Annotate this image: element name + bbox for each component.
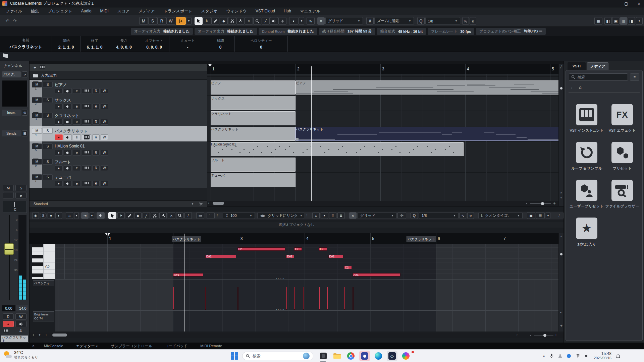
track-mute-button[interactable]: M	[32, 143, 42, 149]
menu-item-10[interactable]: VST Cloud	[251, 7, 279, 15]
velocity-bar[interactable]	[344, 287, 345, 310]
insert-velocity-dropdown[interactable]: ↧100▼	[223, 212, 255, 219]
info-field-1[interactable]: 開始2. 1. 1. 0	[52, 36, 80, 52]
black-key[interactable]	[32, 274, 43, 277]
scroll-left-icon[interactable]: ‹	[208, 201, 209, 205]
velocity-lane[interactable]	[55, 280, 558, 310]
peak-readout[interactable]: -14.0	[16, 305, 28, 311]
editor-select-tool[interactable]	[108, 212, 116, 219]
step-down-button[interactable]: ▼	[321, 212, 328, 219]
zoom-out-icon[interactable]: -	[526, 201, 527, 206]
octave-down-button[interactable]: ⇊	[337, 212, 345, 219]
editor-line-tool[interactable]: /	[184, 212, 192, 219]
velocity-bar[interactable]	[327, 287, 328, 310]
grid-icon[interactable]: #	[366, 17, 374, 25]
track-edit-button[interactable]: e	[73, 119, 81, 125]
track-write-button[interactable]: W	[101, 134, 108, 140]
track-write-button[interactable]: W	[101, 119, 108, 125]
editor-quantize-icon[interactable]: Q	[411, 212, 418, 219]
editor-snap-toggle[interactable]: ×	[349, 212, 357, 219]
track-write-button[interactable]: W	[101, 88, 108, 94]
edit-channel-icon[interactable]: ↗	[22, 71, 28, 77]
event-colors-button[interactable]: ≣	[536, 212, 545, 219]
track-read-button[interactable]: R	[92, 88, 100, 94]
track-solo-button[interactable]: S	[43, 82, 53, 87]
microphone-icon[interactable]	[550, 354, 553, 358]
editor-erase-tool[interactable]: ◆	[134, 212, 142, 219]
toggle-lower-zone[interactable]: ▣	[612, 17, 620, 25]
editor-auto-scroll-button[interactable]: ⇥	[81, 212, 89, 219]
channel-record-button[interactable]: ●	[3, 321, 14, 327]
track-read-button[interactable]: R	[92, 150, 100, 156]
menu-item-7[interactable]: トランスポート	[159, 7, 197, 15]
zoom-in-icon[interactable]: +	[553, 201, 556, 206]
track-record-button[interactable]: ●	[55, 181, 63, 186]
midi-note-D#2[interactable]: D#2	[328, 255, 343, 258]
track-write-button[interactable]: W	[101, 165, 108, 171]
editor-iterative-quantize[interactable]: ∿	[460, 212, 466, 219]
toggle-left-zone[interactable]: ◧	[604, 17, 612, 25]
velocity-bar[interactable]	[294, 287, 295, 310]
track-record-button[interactable]: ●	[55, 165, 63, 171]
pan-control[interactable]: C	[3, 201, 27, 213]
track-record-button[interactable]: ●	[55, 119, 63, 125]
color-menu-icon[interactable]: ▼	[299, 17, 304, 25]
track-main[interactable]: MSフルート●eRW	[42, 157, 207, 172]
channel-mute-button[interactable]: M	[3, 185, 14, 191]
toggle-right-zone[interactable]: ▥	[620, 17, 627, 25]
mouse-position-button[interactable]: ⌂	[66, 212, 73, 219]
task-view-icon[interactable]	[318, 351, 329, 361]
part-start-label[interactable]: バスクラリネット	[172, 236, 201, 242]
volume-readout[interactable]: 0.00	[2, 305, 15, 311]
track-solo-button[interactable]: S	[43, 97, 53, 103]
lower-tab-2[interactable]: サンプラーコントロール	[111, 344, 152, 349]
track-midi-icon[interactable]	[82, 119, 91, 125]
track-edit-button[interactable]: e	[73, 150, 81, 156]
mute-tool[interactable]: ×	[245, 17, 253, 25]
track-midi-icon[interactable]	[82, 150, 91, 156]
track-mute-button[interactable]: M	[32, 82, 42, 87]
wifi-icon[interactable]	[576, 354, 580, 358]
track-row-サックス[interactable]: 2MSサックス●eRW	[30, 95, 207, 111]
track-row-フルート[interactable]: 6MSフルート●eRW	[30, 157, 207, 173]
home-button[interactable]: ⌂	[577, 84, 584, 90]
list-view-button[interactable]: ≡	[630, 73, 639, 81]
inserts-button[interactable]: Inser.	[2, 110, 21, 116]
quantize-dropdown[interactable]: 1/8 ▼	[425, 17, 460, 25]
lane-handle-dots[interactable]: ·····	[276, 308, 285, 311]
controller-lane-label[interactable]: Brightness CC 74	[33, 311, 54, 321]
solo-all-button[interactable]: S	[148, 17, 157, 25]
lane-handle-dots[interactable]: ·····	[276, 277, 285, 280]
status-item-3[interactable]: 残り録音時間167 時間 53 分	[319, 28, 375, 35]
step-up-button[interactable]: ▲	[312, 212, 320, 219]
hscroll-thumb[interactable]	[213, 202, 224, 205]
status-item-0[interactable]: オーディオ入力接続されました	[131, 28, 193, 35]
auto-scroll-menu-icon[interactable]: ▼	[186, 17, 192, 25]
tab-vsti[interactable]: VSTi	[568, 62, 586, 70]
track-read-button[interactable]: R	[92, 181, 100, 186]
track-edit-button[interactable]: e	[73, 165, 81, 171]
sends-add-icon[interactable]: ⊞	[22, 130, 28, 136]
menu-item-4[interactable]: MIDI	[96, 7, 113, 15]
track-edit-button[interactable]: e	[73, 88, 81, 94]
track-main[interactable]: MSHALion Sonic 01●eRW	[42, 141, 207, 157]
editor-playhead[interactable]	[184, 234, 184, 331]
editor-zoom-tool[interactable]	[176, 212, 183, 219]
editor-draw-tool[interactable]	[126, 212, 133, 219]
insert-note-button[interactable]: ▭	[196, 212, 204, 219]
snap-toggle[interactable]: ×	[317, 17, 325, 25]
iterative-quantize-button[interactable]: %	[462, 17, 469, 25]
media-tile-3[interactable]: プリセット	[605, 142, 639, 171]
track-record-button[interactable]: ●	[55, 134, 63, 140]
maximize-button[interactable]: ▢	[619, 0, 634, 7]
editor-solo-button[interactable]: S	[40, 212, 47, 219]
clip-クラリネット-3[interactable]: クラリネット	[211, 111, 296, 125]
track-monitor-button[interactable]	[64, 119, 72, 125]
key-editor[interactable]: ◈S●◗⌂▼⇥▼I▪◆╱×/▭⌒⋮↧100▼◀▶グリッドにリンク▼⋮▲▼⇈⇊×グ…	[30, 207, 564, 343]
track-midi-icon[interactable]	[82, 181, 91, 186]
line-tool[interactable]: ╱	[262, 17, 270, 25]
track-midi-icon[interactable]	[82, 104, 91, 109]
track-solo-button[interactable]: S	[43, 159, 53, 165]
track-mute-button[interactable]: M	[32, 113, 42, 118]
track-main[interactable]: MSピアノ●eRW	[42, 80, 207, 95]
